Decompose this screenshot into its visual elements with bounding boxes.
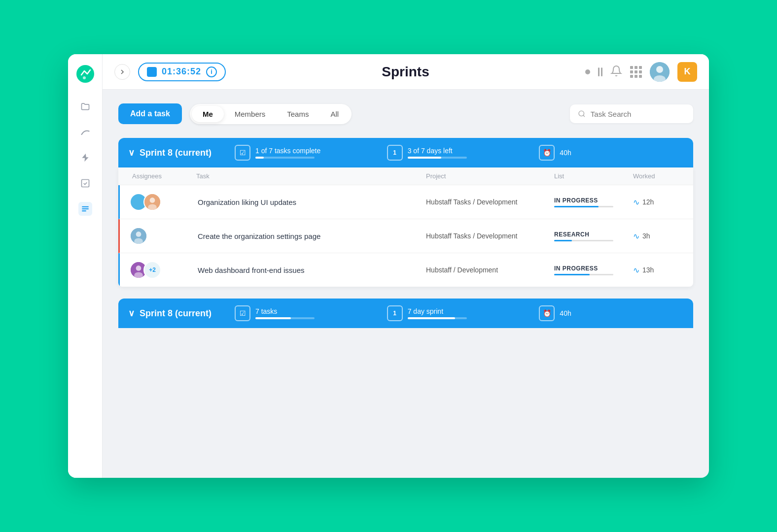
- filter-tabs: Me Members Teams All: [190, 104, 352, 124]
- user-initial-badge[interactable]: K: [677, 62, 697, 82]
- grid-icon[interactable]: [630, 66, 642, 78]
- svg-point-18: [134, 272, 143, 278]
- svg-point-14: [136, 232, 141, 237]
- sidebar-item-lightning[interactable]: [78, 151, 92, 165]
- filter-tab-all[interactable]: All: [319, 106, 350, 122]
- sidebar: [68, 54, 103, 478]
- sprint-1-hours-icon: ⏰: [539, 145, 555, 161]
- sprint-2-stat-days: 1 7 day sprint: [387, 305, 531, 321]
- sidebar-item-curve[interactable]: [78, 125, 92, 139]
- add-task-button[interactable]: Add a task: [118, 103, 182, 124]
- task-worked: ∿ 12h: [629, 198, 683, 207]
- sprint-2-tasks-bar: [255, 317, 315, 319]
- search-icon: [578, 109, 586, 118]
- timer-stop-button[interactable]: [147, 67, 157, 77]
- list-progress-fill: [554, 240, 572, 241]
- sidebar-item-folder[interactable]: [78, 100, 92, 113]
- list-badge: IN PROGRESS: [554, 265, 625, 272]
- list-badge: RESEARCH: [554, 231, 625, 238]
- svg-point-11: [150, 198, 155, 203]
- sprint-1-stat-tasks: ☑ 1 of 7 tasks complete: [235, 145, 379, 161]
- sprint-2-tasks-bar-fill: [255, 317, 291, 319]
- sprint-1-task-table: Assignees Task Project List Worked: [118, 167, 693, 287]
- task-project: Hubstaff Tasks / Development: [422, 198, 550, 206]
- app-window: 01:36:52 i Sprints: [68, 54, 709, 478]
- col-header-assignees: Assignees: [128, 172, 192, 180]
- svg-rect-2: [81, 180, 89, 187]
- table-row[interactable]: Create the organization settings page Hu…: [118, 219, 693, 253]
- status-dot: [585, 69, 590, 74]
- sprint-2-title-section: ∨ Sprint 8 (current): [128, 308, 227, 319]
- sprint-2-hours-icon: ⏰: [539, 305, 555, 321]
- table-row[interactable]: Organization liking UI updates Hubstaff …: [118, 185, 693, 219]
- task-list: IN PROGRESS: [550, 197, 629, 207]
- filter-tab-teams[interactable]: Teams: [276, 106, 319, 122]
- svg-point-0: [76, 65, 94, 83]
- svg-point-17: [136, 266, 141, 271]
- sprint-1-section: ∨ Sprint 8 (current) ☑ 1 of 7 tasks comp…: [118, 138, 693, 287]
- sprint-2-stat-hours: ⏰ 40h: [539, 305, 683, 321]
- assignee-avatar-1: [130, 227, 147, 245]
- sprint-1-title: Sprint 8 (current): [140, 148, 212, 158]
- table-row[interactable]: +2 Web dashboard front-end issues Hubsta…: [118, 253, 693, 287]
- logo-icon[interactable]: [75, 64, 95, 84]
- back-button[interactable]: [114, 64, 130, 80]
- svg-point-7: [656, 66, 663, 73]
- worked-hours: 13h: [642, 266, 654, 274]
- list-progress-fill: [554, 206, 599, 207]
- header-actions: K: [585, 62, 697, 82]
- sprint-2-tasks-icon: ☑: [235, 305, 250, 321]
- task-name: Web dashboard front-end issues: [194, 266, 422, 274]
- sprint-1-chevron: ∨: [128, 147, 135, 158]
- page-title: Sprints: [234, 64, 577, 80]
- sprint-2-header[interactable]: ∨ Sprint 8 (current) ☑ 7 tasks: [118, 299, 693, 328]
- sprint-1-header[interactable]: ∨ Sprint 8 (current) ☑ 1 of 7 tasks comp…: [118, 138, 693, 167]
- filter-tab-me[interactable]: Me: [192, 106, 224, 122]
- sprint-2-section: ∨ Sprint 8 (current) ☑ 7 tasks: [118, 299, 693, 328]
- user-avatar[interactable]: [650, 62, 670, 82]
- content-area: Add a task Me Members Teams All: [103, 90, 709, 478]
- sprint-1-days-icon: 1: [387, 145, 403, 161]
- assignees-cell: +2: [130, 261, 194, 279]
- sprint-1-days-content: 3 of 7 days left: [408, 147, 531, 159]
- sidebar-item-checkbox[interactable]: [78, 176, 92, 190]
- assignee-avatar-2: [143, 193, 161, 211]
- search-box[interactable]: [570, 104, 693, 123]
- sprint-1-tasks-icon: ☑: [235, 145, 250, 161]
- trend-icon: ∿: [633, 266, 639, 275]
- col-header-project: Project: [422, 172, 550, 180]
- list-progress-bar: [554, 206, 613, 207]
- sprint-2-chevron: ∨: [128, 308, 135, 319]
- assignees-cell: [130, 193, 194, 211]
- sprint-2-tasks-content: 7 tasks: [255, 307, 379, 319]
- sprint-1-tasks-content: 1 of 7 tasks complete: [255, 147, 379, 159]
- sprint-1-days-bar-fill: [408, 157, 441, 159]
- sprint-1-stat-hours: ⏰ 40h: [539, 145, 683, 161]
- svg-point-15: [134, 238, 143, 244]
- worked-hours: 3h: [642, 232, 650, 240]
- sprint-1-stat-days: 1 3 of 7 days left: [387, 145, 531, 161]
- sprint-1-hours-label: 40h: [560, 149, 571, 157]
- sprint-2-hours-label: 40h: [560, 309, 571, 317]
- svg-point-1: [83, 76, 86, 79]
- col-header-task: Task: [192, 172, 422, 180]
- trend-icon: ∿: [633, 198, 639, 207]
- task-name: Create the organization settings page: [194, 232, 422, 240]
- task-name: Organization liking UI updates: [194, 198, 422, 206]
- sprint-2-days-bar: [408, 317, 467, 319]
- list-progress-bar: [554, 240, 613, 241]
- sprint-2-days-icon: 1: [387, 305, 403, 321]
- assignees-cell: [130, 227, 194, 245]
- bell-icon[interactable]: [610, 65, 622, 79]
- bar-icon: [598, 67, 602, 76]
- task-list: IN PROGRESS: [550, 265, 629, 275]
- sidebar-item-list[interactable]: [78, 202, 92, 216]
- search-input[interactable]: [591, 110, 685, 118]
- sprint-1-tasks-bar: [255, 157, 315, 159]
- assignee-plus-badge: +2: [143, 261, 161, 279]
- filter-tab-members[interactable]: Members: [224, 106, 277, 122]
- header: 01:36:52 i Sprints: [103, 54, 709, 90]
- task-project: Hubstaff Tasks / Development: [422, 232, 550, 240]
- timer-info-button[interactable]: i: [206, 66, 217, 77]
- timer-widget[interactable]: 01:36:52 i: [138, 63, 226, 81]
